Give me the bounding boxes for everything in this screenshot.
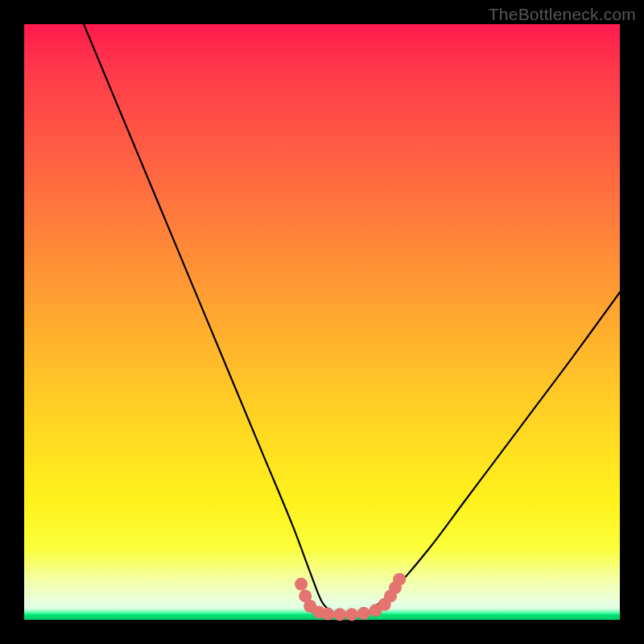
chart-frame: TheBottleneck.com <box>0 0 644 644</box>
curve-layer <box>24 24 620 620</box>
highlight-marker <box>345 608 358 621</box>
highlight-marker <box>333 608 346 621</box>
series-right-branch <box>369 292 620 611</box>
series-left-branch <box>84 24 334 614</box>
highlight-marker <box>295 578 308 591</box>
plot-area <box>24 24 620 620</box>
highlight-marker <box>321 608 334 621</box>
highlight-marker <box>357 607 370 620</box>
series-group <box>84 24 620 615</box>
highlight-marker <box>393 573 406 586</box>
watermark-text: TheBottleneck.com <box>489 5 636 24</box>
marker-group <box>295 573 406 621</box>
